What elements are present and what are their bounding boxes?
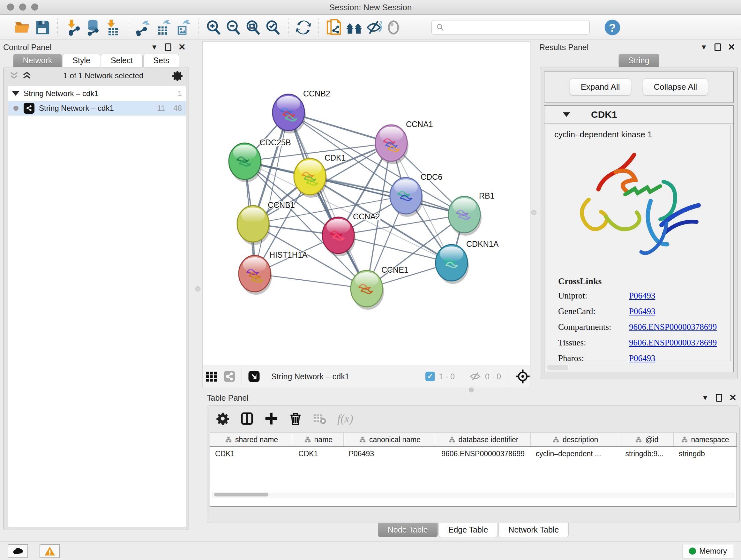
search-input[interactable] xyxy=(431,20,590,35)
birdseye-grid-icon[interactable] xyxy=(203,368,220,385)
node-ccna2[interactable]: CCNA2 xyxy=(322,212,380,256)
table-panel-menu-icon[interactable]: ▼ xyxy=(702,394,709,401)
svg-text:CCNA2: CCNA2 xyxy=(353,212,380,221)
gene-card-cdk1: CDK1 cyclin–dependent kinase 1 CrossLink… xyxy=(544,105,734,372)
column-header[interactable]: namespace xyxy=(674,433,737,446)
warnings-button[interactable] xyxy=(40,544,60,558)
crosslinks-section: CrossLinks Uniprot:P06493 GeneCard:P0649… xyxy=(547,276,731,363)
node-ccna1[interactable]: CCNA1 xyxy=(375,120,433,164)
tab-network-table[interactable]: Network Table xyxy=(498,523,569,537)
table-row[interactable]: CDK1 CDK1 P06493 9606.ENSP00000378699 cy… xyxy=(210,447,737,461)
tab-select[interactable]: Select xyxy=(101,54,143,67)
results-panel-menu-icon[interactable]: ▼ xyxy=(700,44,708,51)
results-scrollbar[interactable] xyxy=(548,365,568,370)
results-panel: Results Panel ▼ ✕ String Expand All Coll… xyxy=(539,41,738,379)
zoom-in-icon[interactable] xyxy=(204,17,223,37)
network-collection-row[interactable]: String Network – cdk1 1 xyxy=(8,86,186,101)
hide-unhide-icon[interactable] xyxy=(364,17,384,37)
table-horizontal-scrollbar[interactable] xyxy=(212,492,734,497)
show-columns-icon[interactable] xyxy=(240,412,254,425)
import-table-icon[interactable] xyxy=(103,17,123,37)
column-header[interactable]: name xyxy=(293,433,344,446)
collapse-all-button[interactable]: Collapse All xyxy=(643,78,709,96)
memory-button[interactable]: Memory xyxy=(683,544,733,558)
control-panel-float-icon[interactable] xyxy=(165,44,172,51)
zoom-fit-icon[interactable] xyxy=(243,17,263,37)
right-splitter-handle[interactable] xyxy=(531,210,536,215)
save-session-icon[interactable] xyxy=(32,17,52,37)
string-home-icon[interactable] xyxy=(344,17,364,37)
node-ccnb1[interactable]: CCNB1 xyxy=(237,200,295,245)
collapse-all-networks-icon[interactable] xyxy=(9,71,19,80)
compartments-link[interactable]: 9606.ENSP00000378699 xyxy=(629,322,717,332)
import-network-database-icon[interactable] xyxy=(83,17,103,37)
scrollbar-thumb[interactable] xyxy=(214,493,268,496)
table-panel: Table Panel ▼ ✕ f(x) shared name name xyxy=(207,391,740,523)
control-panel-menu-icon[interactable]: ▼ xyxy=(151,44,158,51)
table-panel-float-icon[interactable] xyxy=(716,394,722,401)
control-panel-title: Control Panel xyxy=(3,43,51,52)
export-image-icon[interactable] xyxy=(173,17,193,37)
genecard-link[interactable]: P06493 xyxy=(629,307,656,316)
gene-expand-icon[interactable] xyxy=(563,112,570,117)
node-cdc6[interactable]: CDC6 xyxy=(390,172,442,217)
left-splitter-handle[interactable] xyxy=(195,287,200,292)
pharos-link[interactable]: P06493 xyxy=(629,354,656,363)
network-graph[interactable]: CCNB2CCNA1CDC25BCDK1CDC6RB1CCNB1CCNA2CDK… xyxy=(203,42,530,366)
node-ccne1[interactable]: CCNE1 xyxy=(351,265,408,310)
node-table: shared name name canonical name database… xyxy=(210,433,737,507)
tab-node-table[interactable]: Node Table xyxy=(378,523,438,537)
column-header[interactable]: shared name xyxy=(210,433,293,446)
network-row-selected[interactable]: String Network – cdk1 11 48 xyxy=(8,101,186,116)
refresh-icon[interactable] xyxy=(293,17,313,37)
cloud-icon xyxy=(12,546,23,556)
delete-column-trash-icon[interactable] xyxy=(289,412,302,425)
results-panel-float-icon[interactable] xyxy=(715,44,721,51)
help-icon[interactable]: ? xyxy=(603,17,622,37)
tab-style[interactable]: Style xyxy=(63,54,100,67)
table-options-gear-icon[interactable] xyxy=(216,412,229,425)
column-header[interactable]: canonical name xyxy=(344,433,436,446)
open-in-window-icon[interactable] xyxy=(245,368,263,385)
presentation-eye-icon[interactable] xyxy=(384,17,403,37)
network-canvas[interactable]: CCNB2CCNA1CDC25BCDK1CDC6RB1CCNB1CCNA2CDK… xyxy=(202,42,530,366)
crosslink-label: Compartments: xyxy=(558,322,629,332)
selected-checkbox-icon[interactable]: ✓ xyxy=(425,372,435,381)
tab-sets[interactable]: Sets xyxy=(143,54,179,67)
node-cdkn1a[interactable]: CDKN1A xyxy=(435,240,499,284)
results-panel-close-icon[interactable]: ✕ xyxy=(728,43,735,52)
svg-text:CDK1: CDK1 xyxy=(325,153,346,162)
network-options-gear-icon[interactable] xyxy=(172,70,183,81)
open-session-icon[interactable] xyxy=(13,17,32,37)
zoom-selected-icon[interactable] xyxy=(263,17,283,37)
column-header[interactable]: description xyxy=(531,433,620,446)
export-table-icon[interactable] xyxy=(153,17,173,37)
column-header[interactable]: @id xyxy=(620,433,674,446)
tissues-link[interactable]: 9606.ENSP00000378699 xyxy=(629,338,717,348)
cloud-button[interactable] xyxy=(8,544,28,558)
column-header[interactable]: database identifier xyxy=(436,433,531,446)
network-share-icon[interactable] xyxy=(220,368,239,385)
collection-expand-icon[interactable] xyxy=(12,91,19,96)
collection-count: 1 xyxy=(178,89,182,98)
table-panel-close-icon[interactable]: ✕ xyxy=(729,393,737,402)
node-ccnb2[interactable]: CCNB2 xyxy=(273,89,330,133)
expand-all-networks-icon[interactable] xyxy=(22,71,31,80)
tab-string[interactable]: String xyxy=(618,54,659,67)
node-rb1[interactable]: RB1 xyxy=(448,191,495,236)
zoom-out-icon[interactable] xyxy=(223,17,243,37)
tab-network[interactable]: Network xyxy=(13,54,62,67)
control-panel-close-icon[interactable]: ✕ xyxy=(179,43,186,52)
tab-edge-table[interactable]: Edge Table xyxy=(439,523,498,537)
gene-card-header[interactable]: CDK1 xyxy=(544,106,733,124)
create-column-plus-icon[interactable] xyxy=(265,412,278,425)
expand-all-button[interactable]: Expand All xyxy=(569,78,631,96)
crosshair-icon[interactable] xyxy=(515,369,530,384)
import-network-icon[interactable] xyxy=(63,17,83,37)
node-cdk1[interactable]: CDK1 xyxy=(294,153,346,198)
node-hist1h1a[interactable]: HIST1H1A xyxy=(239,250,308,295)
node-cdc25b[interactable]: CDC25B xyxy=(229,138,291,182)
export-network-icon[interactable] xyxy=(133,17,153,37)
share-document-icon[interactable] xyxy=(324,17,344,37)
uniprot-link[interactable]: P06493 xyxy=(629,291,656,301)
